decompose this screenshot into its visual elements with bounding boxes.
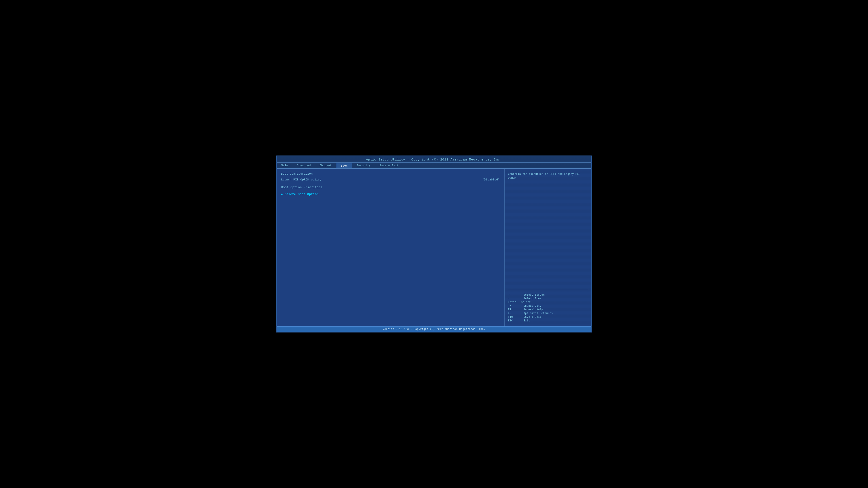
title-text: Aptio Setup Utility – Copyright (C) 2012… [366, 158, 502, 162]
key-row-select-screen: ↔ : Select Screen [508, 293, 588, 296]
nav-tabs: Main Advanced Chipset Boot Security Save… [277, 163, 591, 169]
key-help: ↔ : Select Screen ↕ : Select Item Enter:… [508, 293, 588, 323]
key-row-f10: F10 : Save & Exit [508, 316, 588, 319]
tab-boot[interactable]: Boot [336, 163, 352, 168]
launch-pxe-label: Launch PXE OpROM policy [281, 178, 482, 181]
key-arrows-lr: ↔ [508, 293, 521, 296]
bios-screen: Aptio Setup Utility – Copyright (C) 2012… [276, 156, 592, 332]
key-esc: ESC [508, 319, 521, 322]
left-panel: Boot Configuration Launch PXE OpROM poli… [277, 169, 504, 326]
tab-main[interactable]: Main [277, 163, 292, 168]
boot-config-label: Boot Configuration [281, 172, 500, 175]
key-desc-f1: General Help [523, 308, 543, 311]
right-panel: Controls the execution of UEFI and Legac… [504, 169, 591, 326]
key-f9: F9 [508, 312, 521, 315]
key-row-f1: F1 : General Help [508, 308, 588, 311]
delete-boot-option-label: Delete Boot Option [284, 193, 318, 196]
key-row-enter: Enter: Select [508, 301, 588, 304]
launch-pxe-value: [Disabled] [482, 178, 500, 181]
boot-option-priorities-header: Boot Option Priorities [281, 186, 500, 189]
key-desc-f9: Optimized Defaults [523, 312, 553, 315]
key-f1: F1 [508, 308, 521, 311]
key-row-select-item: ↕ : Select Item [508, 297, 588, 300]
key-plus-minus: +/– [508, 304, 521, 307]
tab-security[interactable]: Security [352, 163, 375, 168]
key-desc-enter: Select [521, 301, 531, 304]
divider [508, 290, 588, 290]
delete-boot-option-item[interactable]: ► Delete Boot Option [281, 193, 500, 196]
tab-chipset[interactable]: Chipset [315, 163, 336, 168]
key-f10: F10 [508, 316, 521, 319]
key-desc-select-item: Select Item [523, 297, 541, 300]
key-desc-plus-minus: Change Opt. [523, 304, 541, 307]
bottom-bar-text: Version 2.15.1236. Copyright (C) 2012 Am… [383, 328, 486, 331]
help-text: Controls the execution of UEFI and Legac… [508, 172, 588, 288]
main-content: Boot Configuration Launch PXE OpROM poli… [277, 169, 591, 326]
title-bar: Aptio Setup Utility – Copyright (C) 2012… [277, 156, 591, 163]
key-desc-select-screen: Select Screen [523, 293, 545, 296]
tab-advanced[interactable]: Advanced [292, 163, 315, 168]
key-arrows-ud: ↕ [508, 297, 521, 300]
tab-save-exit[interactable]: Save & Exit [375, 163, 403, 168]
key-desc-f10: Save & Exit [523, 316, 541, 319]
key-desc-esc: Exit [523, 319, 530, 322]
key-row-plus-minus: +/– : Change Opt. [508, 304, 588, 307]
launch-pxe-item[interactable]: Launch PXE OpROM policy [Disabled] [281, 178, 500, 181]
arrow-icon: ► [281, 193, 283, 196]
key-row-esc: ESC : Exit [508, 319, 588, 322]
bottom-bar: Version 2.15.1236. Copyright (C) 2012 Am… [277, 326, 591, 332]
key-enter: Enter: [508, 301, 521, 304]
key-row-f9: F9 : Optimized Defaults [508, 312, 588, 315]
